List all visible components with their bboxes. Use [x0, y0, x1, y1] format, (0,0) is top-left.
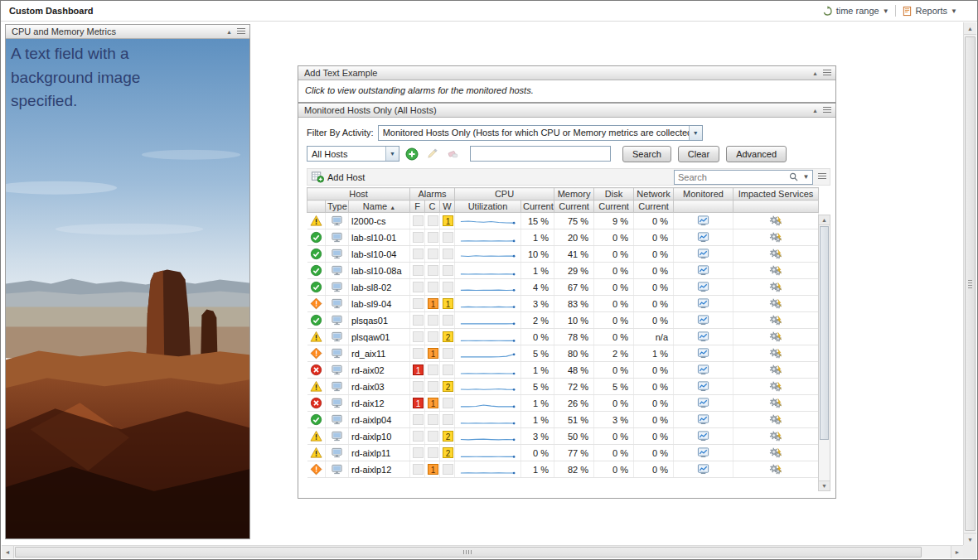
time-range-control[interactable]: time range ▼: [822, 6, 889, 17]
warning-count-badge[interactable]: [443, 464, 453, 475]
critical-count-badge[interactable]: [428, 282, 438, 292]
host-name[interactable]: l2000-cs: [349, 213, 410, 229]
col-status[interactable]: [307, 200, 326, 213]
critical-count-badge[interactable]: [428, 364, 438, 375]
critical-count-badge[interactable]: [428, 249, 438, 259]
table-vertical-scrollbar[interactable]: ▲ ▼: [818, 215, 830, 491]
col-name[interactable]: Name▲: [349, 200, 410, 213]
table-row[interactable]: rd-aix03 2 5 % 72 % 5 % 0 %: [307, 379, 819, 395]
chevron-down-icon[interactable]: ▼: [800, 173, 812, 181]
scope-dropdown[interactable]: All Hosts ▼: [307, 146, 399, 162]
critical-count-badge[interactable]: [428, 315, 438, 326]
monitored-icon[interactable]: [697, 380, 709, 393]
table-row[interactable]: plsqas01 2 % 10 % 0 % 0 %: [307, 312, 819, 329]
fatal-count-badge[interactable]: 1: [413, 398, 424, 408]
table-row[interactable]: rd-aixlp11 2 0 % 77 % 0 % 0 %: [307, 445, 819, 461]
warning-count-badge[interactable]: [443, 398, 453, 408]
col-memory-current[interactable]: Current: [554, 200, 594, 213]
reports-control[interactable]: Reports ▼: [902, 6, 957, 17]
table-row[interactable]: lab-sl10-04 10 % 41 % 0 % 0 %: [307, 246, 819, 263]
col-group-impacted-services[interactable]: Impacted Services: [734, 188, 819, 200]
monitored-icon[interactable]: [697, 397, 709, 409]
impacted-services-icon[interactable]: [768, 347, 783, 360]
warning-count-badge[interactable]: 1: [443, 215, 453, 226]
col-disk-current[interactable]: Current: [594, 200, 634, 213]
critical-count-badge[interactable]: 1: [428, 298, 438, 309]
host-name[interactable]: rd_aix11: [349, 345, 410, 362]
monitored-icon[interactable]: [697, 314, 709, 326]
clear-button[interactable]: Clear: [678, 146, 719, 162]
scroll-down-arrow[interactable]: ▼: [964, 533, 976, 545]
warning-count-badge[interactable]: 2: [443, 447, 453, 458]
impacted-services-icon[interactable]: [768, 413, 783, 426]
scroll-up-arrow[interactable]: ▲: [819, 215, 830, 225]
monitored-icon[interactable]: [697, 215, 709, 227]
advanced-button[interactable]: Advanced: [726, 146, 787, 162]
scroll-up-arrow[interactable]: ▲: [964, 22, 976, 35]
impacted-services-icon[interactable]: [768, 463, 783, 476]
impacted-services-icon[interactable]: [768, 314, 783, 326]
host-name[interactable]: rd-aixlp10: [349, 428, 410, 445]
col-services-sub[interactable]: [734, 200, 819, 213]
impacted-services-icon[interactable]: [768, 297, 783, 310]
critical-count-badge[interactable]: 1: [428, 398, 438, 408]
table-scrollbar-thumb[interactable]: [820, 226, 829, 440]
table-row[interactable]: lab-sl8-02 4 % 67 % 0 % 0 %: [307, 279, 819, 296]
critical-count-badge[interactable]: [428, 215, 438, 226]
warning-count-badge[interactable]: [443, 414, 453, 425]
fatal-count-badge[interactable]: 1: [413, 364, 424, 375]
delete-scope-button[interactable]: [444, 146, 462, 162]
host-name[interactable]: lab-sl10-08a: [349, 263, 410, 279]
col-group-network[interactable]: Network: [634, 188, 674, 200]
fatal-count-badge[interactable]: [413, 447, 424, 458]
host-name[interactable]: lab-sl9-04: [349, 296, 410, 312]
monitored-icon[interactable]: [697, 331, 709, 343]
host-filter-input[interactable]: [470, 146, 611, 162]
page-horizontal-scrollbar[interactable]: ◄ ►: [2, 545, 963, 558]
fatal-count-badge[interactable]: [413, 431, 424, 442]
col-group-monitored[interactable]: Monitored: [674, 188, 734, 200]
host-name[interactable]: rd-aix12: [349, 395, 410, 412]
impacted-services-icon[interactable]: [768, 364, 783, 376]
table-row[interactable]: rd-aixlp10 2 3 % 50 % 0 % 0 %: [307, 428, 819, 445]
fatal-count-badge[interactable]: [413, 315, 424, 326]
host-name[interactable]: rd-aix02: [349, 362, 410, 379]
col-fatal[interactable]: F: [410, 200, 425, 213]
host-name[interactable]: lab-sl10-04: [349, 246, 410, 263]
add-host-button[interactable]: Add Host: [311, 171, 365, 183]
col-monitored-sub[interactable]: [674, 200, 734, 213]
impacted-services-icon[interactable]: [768, 248, 783, 260]
monitored-icon[interactable]: [697, 264, 709, 277]
panel-menu-icon[interactable]: [237, 28, 245, 36]
host-name[interactable]: plsqas01: [349, 312, 410, 329]
panel-menu-icon[interactable]: [823, 107, 831, 114]
monitored-icon[interactable]: [697, 447, 709, 459]
warning-count-badge[interactable]: [443, 364, 453, 375]
alarms-message-link[interactable]: Click to view outstanding alarms for the…: [298, 80, 835, 100]
impacted-services-icon[interactable]: [768, 331, 783, 343]
table-row[interactable]: rd_aix11 1 5 % 80 % 2 % 1 %: [307, 345, 819, 362]
fatal-count-badge[interactable]: [413, 331, 424, 342]
warning-count-badge[interactable]: 2: [443, 331, 453, 342]
horizontal-scrollbar-thumb[interactable]: [15, 547, 922, 558]
monitored-icon[interactable]: [697, 281, 709, 293]
critical-count-badge[interactable]: 1: [428, 464, 438, 475]
col-utilization[interactable]: Utilization: [455, 200, 521, 213]
fatal-count-badge[interactable]: [413, 265, 424, 276]
monitored-icon[interactable]: [697, 463, 709, 476]
host-name[interactable]: rd-aixlp11: [349, 445, 410, 461]
host-name[interactable]: rd-aix03: [349, 379, 410, 395]
critical-count-badge[interactable]: 1: [428, 348, 438, 359]
col-cpu-current[interactable]: Current: [521, 200, 554, 213]
warning-count-badge[interactable]: [443, 315, 453, 326]
host-name[interactable]: lab-sl10-01: [349, 229, 410, 246]
warning-count-badge[interactable]: 2: [443, 381, 453, 392]
fatal-count-badge[interactable]: [413, 381, 424, 392]
warning-count-badge[interactable]: [443, 348, 453, 359]
edit-scope-button[interactable]: [424, 146, 441, 162]
table-row[interactable]: rd-aix02 1 1 % 48 % 0 % 0 %: [307, 362, 819, 379]
scroll-down-arrow[interactable]: ▼: [819, 480, 830, 490]
search-button[interactable]: Search: [622, 146, 671, 162]
table-row[interactable]: rd-aixlp12 1 1 % 82 % 0 % 0 %: [307, 461, 819, 478]
table-search-box[interactable]: ▼: [674, 170, 813, 185]
